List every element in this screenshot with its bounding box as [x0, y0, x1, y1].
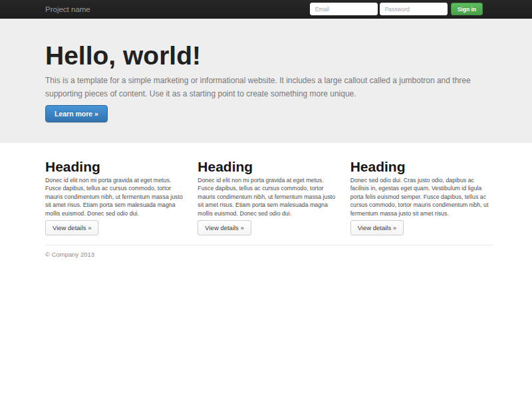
- content-column-2: Heading Donec id elit non mi porta gravi…: [198, 143, 340, 235]
- password-input[interactable]: [380, 3, 448, 15]
- footer-divider: [45, 245, 493, 245]
- learn-more-button[interactable]: Learn more »: [45, 105, 108, 122]
- content-section: Heading Donec id elit non mi porta gravi…: [45, 143, 493, 258]
- column-body: Donec id elit non mi porta gravida at eg…: [45, 176, 188, 217]
- signin-form: Sign in: [310, 3, 483, 15]
- navbar-brand[interactable]: Project name: [45, 0, 90, 19]
- jumbotron-container: Hello, world! This is a template for a s…: [45, 42, 493, 122]
- column-body: Donec id elit non mi porta gravida at eg…: [198, 176, 340, 217]
- content-column-3: Heading Donec sed odio dui. Cras justo o…: [350, 143, 493, 235]
- footer: © Company 2013: [45, 245, 493, 258]
- email-input[interactable]: [310, 3, 378, 15]
- signin-button[interactable]: Sign in: [451, 3, 483, 15]
- column-heading: Heading: [350, 159, 493, 174]
- jumbotron: Hello, world! This is a template for a s…: [0, 19, 532, 143]
- content-column-1: Heading Donec id elit non mi porta gravi…: [45, 143, 188, 235]
- column-heading: Heading: [198, 159, 340, 174]
- page-title: Hello, world!: [45, 42, 493, 70]
- column-heading: Heading: [45, 159, 188, 174]
- view-details-button-3[interactable]: View details »: [350, 220, 404, 235]
- view-details-button-2[interactable]: View details »: [198, 220, 251, 235]
- jumbotron-description: This is a template for a simple marketin…: [45, 74, 493, 100]
- view-details-button-1[interactable]: View details »: [45, 220, 98, 235]
- copyright-text: © Company 2013: [45, 251, 493, 258]
- marketing-columns: Heading Donec id elit non mi porta gravi…: [45, 143, 493, 235]
- navbar: Project name Sign in: [0, 0, 532, 19]
- column-body: Donec sed odio dui. Cras justo odio, dap…: [350, 176, 493, 217]
